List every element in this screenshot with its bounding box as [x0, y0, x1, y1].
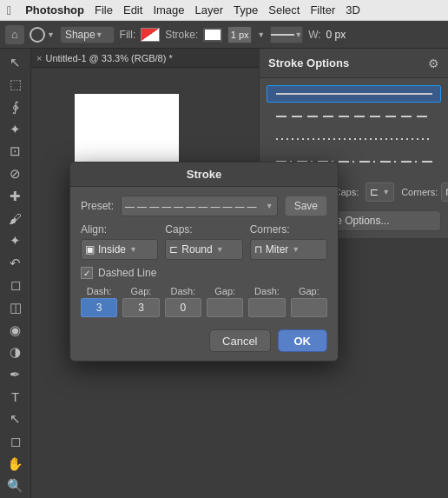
stroke-swatch[interactable] — [203, 28, 222, 42]
stroke-style-button[interactable]: ▼ — [270, 26, 303, 43]
menubar-file[interactable]: File — [95, 3, 113, 17]
align-col-label: Align: — [81, 223, 158, 236]
menubar-edit[interactable]: Edit — [123, 3, 142, 17]
stroke-size-caret: ▼ — [257, 30, 265, 39]
preset-row: Preset: — — — — — — — — — — — ▼ Save — [81, 196, 327, 216]
gap1-col: Gap: — [122, 286, 159, 317]
align-caps-corners-row: Align: ▣ Inside ▼ Caps: ⊏ Round ▼ — [81, 223, 327, 260]
main-area: ↖ ⬚ ∳ ✦ ⊡ ⊘ ✚ 🖌 ✦ ↶ ◻ ◫ ◉ ◑ ✒ T ↖ ◻ ✋ 🔍 … — [0, 49, 448, 498]
apple-icon:  — [7, 3, 11, 17]
corners-icon: ⊓ — [254, 243, 262, 256]
dashed-line-label: Dashed Line — [98, 267, 156, 279]
dash-gap-area: Dash: Gap: Dash: Gap: — [81, 286, 327, 317]
dialog-body: Preset: — — — — — — — — — — — ▼ Save Ali… — [70, 187, 338, 361]
caps-col: Caps: ⊏ Round ▼ — [165, 223, 242, 260]
stroke-dialog: Stroke Preset: — — — — — — — — — — — ▼ S… — [69, 162, 339, 362]
dash1-label: Dash: — [87, 286, 112, 296]
dash2-input[interactable] — [165, 298, 201, 317]
align-value: Inside — [98, 243, 126, 256]
align-dropdown[interactable]: ▣ Inside ▼ — [81, 239, 158, 260]
shape-selector: ▼ — [30, 27, 55, 43]
gap1-input[interactable] — [122, 298, 159, 317]
dialog-title-bar: Stroke — [70, 163, 338, 187]
gap3-input[interactable] — [291, 298, 327, 317]
ok-button[interactable]: OK — [278, 329, 328, 352]
modal-overlay: Stroke Preset: — — — — — — — — — — — ▼ S… — [0, 49, 448, 498]
caps-icon: ⊏ — [169, 243, 178, 256]
stroke-style-caret: ▼ — [294, 30, 302, 39]
corners-col: Corners: ⊓ Miter ▼ — [250, 223, 327, 260]
menubar:  Photoshop File Edit Image Layer Type S… — [0, 0, 448, 21]
shape-caret: ▼ — [47, 30, 55, 39]
gap2-col: Gap: — [207, 286, 243, 317]
menubar-layer[interactable]: Layer — [195, 3, 224, 17]
dash3-input[interactable] — [248, 298, 285, 317]
gap2-label: Gap: — [214, 286, 235, 296]
dash3-col: Dash: — [248, 286, 285, 317]
dialog-buttons: Cancel OK — [81, 326, 327, 352]
w-value: 0 px — [326, 29, 346, 41]
oval-shape-icon — [30, 27, 45, 43]
dash1-input[interactable] — [81, 298, 117, 317]
preset-value: — — — — — — — — — — — — [125, 201, 262, 211]
caps-caret: ▼ — [216, 245, 224, 254]
home-button[interactable]: ⌂ — [5, 25, 24, 44]
caps-value: Round — [181, 243, 212, 256]
gap3-label: Gap: — [299, 286, 320, 296]
corners-col-label: Corners: — [250, 223, 327, 236]
preset-label: Preset: — [81, 200, 114, 212]
menubar-image[interactable]: Image — [153, 3, 184, 17]
preset-dropdown[interactable]: — — — — — — — — — — — ▼ — [121, 196, 278, 216]
stroke-size-input[interactable] — [227, 26, 252, 43]
caps-col-label: Caps: — [165, 223, 242, 236]
fill-label: Fill: — [120, 29, 136, 41]
dash2-col: Dash: — [165, 286, 201, 317]
cancel-button[interactable]: Cancel — [209, 329, 270, 352]
save-button[interactable]: Save — [285, 196, 327, 216]
menubar-filter[interactable]: Filter — [310, 3, 335, 17]
options-bar: ⌂ ▼ Shape ▼ Fill: Stroke: ▼ ▼ W: 0 px — [0, 21, 448, 49]
dash1-col: Dash: — [81, 286, 117, 317]
dialog-title: Stroke — [187, 168, 221, 181]
dashed-line-row: Dashed Line — [81, 267, 327, 279]
corners-caret: ▼ — [292, 245, 300, 254]
shape-dropdown-caret: ▼ — [96, 30, 103, 39]
stroke-label: Stroke: — [165, 29, 198, 41]
preset-caret: ▼ — [266, 202, 273, 210]
w-label: W: — [308, 29, 320, 41]
gap2-input[interactable] — [207, 298, 243, 317]
dash3-label: Dash: — [254, 286, 280, 296]
corners-value: Miter — [266, 243, 289, 256]
shape-dropdown[interactable]: Shape ▼ — [60, 26, 115, 43]
menubar-photoshop[interactable]: Photoshop — [25, 3, 84, 17]
dash2-label: Dash: — [170, 286, 195, 296]
fill-swatch[interactable] — [141, 28, 160, 42]
caps-dropdown[interactable]: ⊏ Round ▼ — [165, 239, 242, 260]
stroke-style-line-icon — [271, 34, 294, 36]
dashed-line-checkbox[interactable] — [81, 267, 93, 279]
align-caret: ▼ — [129, 245, 137, 254]
align-icon: ▣ — [85, 243, 95, 256]
menubar-3d[interactable]: 3D — [346, 3, 360, 17]
gap3-col: Gap: — [291, 286, 327, 317]
corners-dropdown[interactable]: ⊓ Miter ▼ — [250, 239, 327, 260]
menubar-select[interactable]: Select — [268, 3, 300, 17]
menubar-type[interactable]: Type — [234, 3, 258, 17]
align-col: Align: ▣ Inside ▼ — [81, 223, 158, 260]
gap1-label: Gap: — [131, 286, 152, 296]
